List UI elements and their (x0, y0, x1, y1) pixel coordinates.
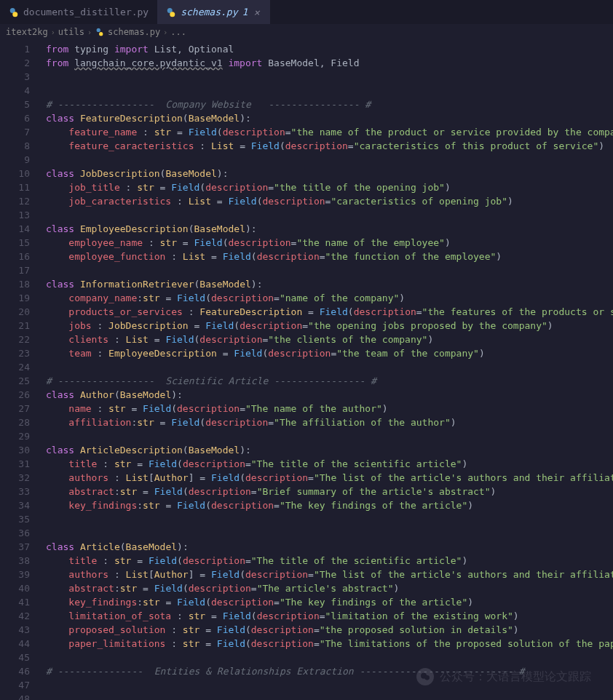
wechat-icon (416, 668, 434, 685)
code-area[interactable]: from typing import List, Optionalfrom la… (40, 40, 613, 700)
svg-point-7 (424, 675, 430, 680)
editor[interactable]: 1234567891011121314151617181920212223242… (0, 40, 613, 700)
tab-documents-distiller[interactable]: documents_distiller.py (0, 0, 157, 24)
tab-label: documents_distiller.py (23, 7, 149, 17)
breadcrumb-part[interactable]: itext2kg (6, 27, 48, 37)
python-icon (9, 7, 19, 17)
tab-label: schemas.py (181, 7, 237, 17)
tab-schemas[interactable]: schemas.py 1 × (157, 0, 270, 24)
gutter: 1234567891011121314151617181920212223242… (0, 40, 40, 700)
watermark: 公众号：大语言模型论文跟踪 (416, 668, 591, 685)
svg-point-4 (97, 28, 100, 32)
breadcrumb-part[interactable]: schemas.py (108, 27, 160, 37)
chevron-right-icon: › (87, 28, 92, 36)
python-icon (166, 7, 176, 17)
chevron-right-icon: › (51, 28, 55, 36)
chevron-right-icon: › (163, 28, 167, 36)
svg-point-3 (170, 12, 175, 17)
tab-bar: documents_distiller.py schemas.py 1 × (0, 0, 613, 24)
breadcrumb: itext2kg › utils › schemas.py › ... (0, 24, 613, 40)
svg-point-5 (99, 32, 103, 36)
tab-modified-indicator: 1 (242, 7, 248, 17)
svg-point-1 (12, 12, 17, 17)
watermark-text: 公众号：大语言模型论文跟踪 (440, 669, 591, 685)
close-icon[interactable]: × (252, 7, 261, 18)
python-icon (95, 27, 105, 37)
breadcrumb-part[interactable]: utils (58, 27, 84, 37)
breadcrumb-part[interactable]: ... (170, 27, 186, 37)
